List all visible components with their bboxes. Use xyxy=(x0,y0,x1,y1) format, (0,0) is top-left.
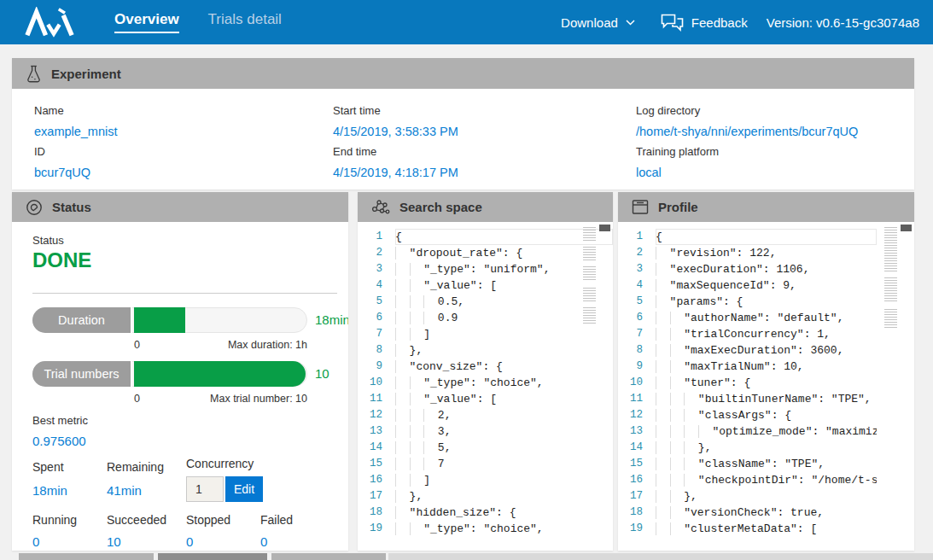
bottom-tab-2[interactable] xyxy=(158,553,267,560)
scale-max: Max duration: 1h xyxy=(228,339,307,351)
code-line: 6 0.9 xyxy=(358,310,613,326)
status-panel: Status Status DONE Duration 18min 0 Max … xyxy=(12,192,348,551)
stopped-value: 0 xyxy=(186,534,193,549)
scrollbar-thumb[interactable] xyxy=(599,225,610,231)
edit-concurrency-button[interactable]: Edit xyxy=(225,476,263,502)
duration-bar-label: Duration xyxy=(32,307,132,333)
scale-max: Max trial number: 10 xyxy=(210,393,307,405)
field-label: Start time xyxy=(333,101,636,121)
experiment-name: example_mnist xyxy=(34,121,333,142)
best-metric-value: 0.975600 xyxy=(32,434,86,448)
code-line: 7 "trialConcurrency": 1, xyxy=(618,326,914,342)
status-panel-title: Status xyxy=(52,200,91,214)
code-line: 10 "tuner": { xyxy=(618,375,914,391)
feedback-button[interactable]: Feedback xyxy=(661,14,748,32)
concurrency-input[interactable] xyxy=(186,476,224,502)
code-line: 17 }, xyxy=(358,488,613,505)
code-line: 9 "maxTrialNum": 10, xyxy=(618,359,914,375)
experiment-col-1: Name example_mnist ID bcur7qUQ xyxy=(34,101,333,183)
profile-editor[interactable]: 1{2 "revision": 122,3 "execDuration": 11… xyxy=(618,222,914,537)
end-time: 4/15/2019, 4:18:17 PM xyxy=(333,162,636,183)
nni-logo-icon xyxy=(24,7,75,38)
code-line: 15 "className": "TPE", xyxy=(618,456,914,472)
archive-box-icon xyxy=(632,199,649,215)
code-line: 7 ] xyxy=(358,326,613,342)
top-navbar: Overview Trials detail Download Feedback… xyxy=(0,0,933,44)
code-line: 2 "revision": 122, xyxy=(618,245,914,261)
code-line: 18 "versionCheck": true, xyxy=(618,505,914,521)
log-directory: /home/t-shya/nni/experiments/bcur7qUQ xyxy=(636,121,914,142)
duration-bar-track: Duration xyxy=(32,307,307,333)
code-line: 6 "authorName": "default", xyxy=(618,310,914,326)
navbar-right: Download Feedback Version: v0.6-15-gc307… xyxy=(561,14,919,32)
code-line: 13 "optimize_mode": "maximize" xyxy=(618,423,914,440)
code-line: 12 2, xyxy=(358,407,613,423)
code-line: 2 "dropout_rate": { xyxy=(358,245,613,261)
tab-trials-detail[interactable]: Trials detail xyxy=(208,11,282,33)
search-space-editor[interactable]: 1{2 "dropout_rate": {3 "_type": "uniform… xyxy=(358,222,613,537)
code-line: 8 }, xyxy=(358,342,613,359)
code-line: 16 ] xyxy=(358,472,613,488)
download-menu[interactable]: Download xyxy=(561,15,635,30)
tab-overview[interactable]: Overview xyxy=(114,11,179,33)
code-line: 10 "_type": "choice", xyxy=(358,375,613,391)
code-line: 18 "hidden_size": { xyxy=(358,505,613,521)
bottom-tab-3[interactable] xyxy=(271,553,386,560)
failed-value: 0 xyxy=(260,534,267,549)
search-space-body: 1{2 "dropout_rate": {3 "_type": "uniform… xyxy=(358,222,613,550)
code-line: 11 "builtinTunerName": "TPE", xyxy=(618,391,914,407)
minimap xyxy=(884,227,897,328)
code-line: 14 }, xyxy=(618,440,914,456)
code-line: 3 "execDuration": 1106, xyxy=(618,261,914,277)
experiment-id: bcur7qUQ xyxy=(34,162,333,183)
stopped-label: Stopped xyxy=(186,513,230,527)
status-panel-body: Status DONE Duration 18min 0 Max duratio… xyxy=(12,222,348,550)
minimap xyxy=(583,227,596,324)
succeeded-value: 10 xyxy=(107,534,121,549)
bottom-tab-bar[interactable] xyxy=(388,553,933,560)
experiment-panel-title: Experiment xyxy=(51,67,121,81)
trials-value: 10 xyxy=(315,366,329,381)
concurrency-label: Concurrency xyxy=(186,457,254,470)
failed-label: Failed xyxy=(260,513,293,527)
code-line: 1{ xyxy=(358,229,613,245)
experiment-col-3: Log directory /home/t-shya/nni/experimen… xyxy=(636,101,914,183)
field-label: Name xyxy=(34,101,333,121)
trials-bar-track: Trial numbers xyxy=(32,361,307,387)
code-line: 12 "classArgs": { xyxy=(618,407,914,423)
code-line: 19 "clusterMetaData": [ xyxy=(618,521,914,537)
field-label: End time xyxy=(333,142,636,162)
scrollbar-thumb[interactable] xyxy=(901,225,912,231)
search-space-panel-header: Search space xyxy=(358,192,613,222)
code-line: 9 "conv_size": { xyxy=(358,359,613,375)
duration-bar-fill xyxy=(134,307,185,333)
code-line: 13 3, xyxy=(358,423,613,440)
running-value: 0 xyxy=(32,534,39,549)
remaining-label: Remaining xyxy=(107,460,164,474)
nav-tabs: Overview Trials detail xyxy=(114,11,282,33)
code-line: 4 "_value": [ xyxy=(358,277,613,294)
code-line: 11 "_value": [ xyxy=(358,391,613,407)
status-value: DONE xyxy=(32,248,91,272)
profile-panel-header: Profile xyxy=(618,192,914,222)
trials-bar-fill xyxy=(134,361,306,387)
profile-panel-title: Profile xyxy=(658,200,698,214)
version-label: Version: v0.6-15-gc3074a8 xyxy=(767,15,919,30)
field-label: Training platform xyxy=(636,142,914,162)
feedback-chat-icon xyxy=(661,14,684,32)
code-line: 19 "_type": "choice", xyxy=(358,521,613,537)
status-panel-header: Status xyxy=(12,192,348,222)
scale-min: 0 xyxy=(134,393,140,405)
profile-body: 1{2 "revision": 122,3 "execDuration": 11… xyxy=(618,222,914,550)
code-line: 17 }, xyxy=(618,488,914,505)
code-line: 1{ xyxy=(618,229,914,245)
scale-min: 0 xyxy=(134,339,140,351)
flask-icon xyxy=(26,65,42,83)
divider xyxy=(32,293,337,294)
trials-bar-label: Trial numbers xyxy=(32,361,132,387)
start-time: 4/15/2019, 3:58:33 PM xyxy=(333,121,636,142)
duration-value: 18min xyxy=(315,312,348,327)
code-line: 5 0.5, xyxy=(358,294,613,310)
code-line: 14 5, xyxy=(358,440,613,456)
bottom-tab-1[interactable] xyxy=(19,553,154,560)
